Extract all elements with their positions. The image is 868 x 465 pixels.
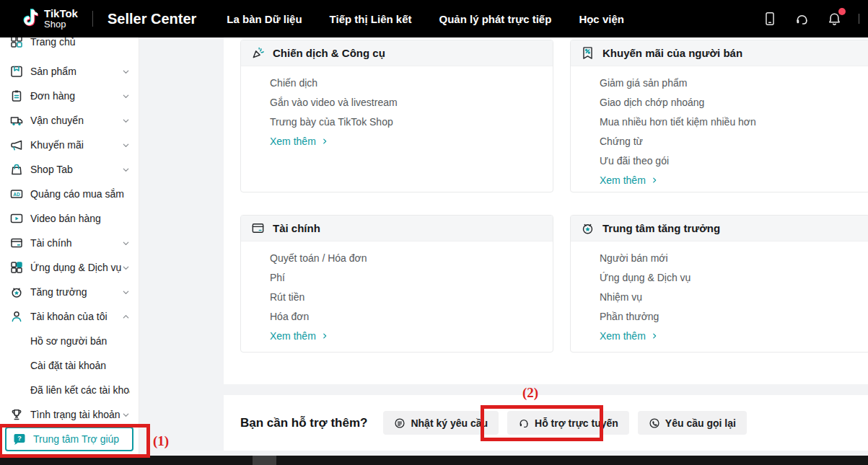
sidebar-item-tinh-trang-tai-khoan[interactable]: Tình trạng tài khoản <box>0 402 139 427</box>
chevron-down-icon <box>122 264 130 272</box>
sidebar-item-ung-dung-dich-vu[interactable]: Ứng dụng & Dịch vụ <box>0 255 139 280</box>
card-header: Khuyến mãi của người bán <box>571 40 868 66</box>
top-navigation: TikTok Shop Seller Center La bàn Dữ liệu… <box>0 0 868 37</box>
card-link[interactable]: Phí <box>270 267 543 287</box>
sidebar-item-label: Khuyến mãi <box>30 139 122 151</box>
chevron-down-icon <box>122 68 130 76</box>
chevron-down-icon <box>122 117 130 125</box>
sidebar-subitem-label: Hồ sơ người bán <box>30 335 130 347</box>
card-link[interactable]: Trưng bày của TikTok Shop <box>270 112 543 131</box>
notifications-bell[interactable] <box>826 11 843 27</box>
sidebar-item-trung-tam-tro-giup[interactable]: ? Trung tâm Trợ giúp <box>5 427 133 451</box>
sidebar-item-van-chuyen[interactable]: Vận chuyển <box>0 108 139 133</box>
headset-support-icon[interactable] <box>794 11 810 27</box>
card-link[interactable]: Ứng dụng & Dịch vụ <box>600 267 859 287</box>
sidebar-item-tai-khoan-cua-toi[interactable]: Tài khoản của tôi <box>0 304 139 329</box>
card-link[interactable]: Giảm giá sản phẩm <box>600 73 859 92</box>
see-more-link[interactable]: Xem thêm <box>270 131 543 151</box>
see-more-label: Xem thêm <box>600 330 646 342</box>
card-link[interactable]: Mua nhiều hơn tiết kiệm nhiều hơn <box>600 112 859 131</box>
sidebar-subitem-da-lien-ket[interactable]: Đã liên kết các tài khoả... <box>0 378 139 402</box>
card-link[interactable]: Nhiệm vụ <box>600 287 859 306</box>
sidebar-subitem-cai-dat-tai-khoan[interactable]: Cài đặt tài khoản <box>0 353 139 378</box>
bottom-taskbar <box>0 456 868 465</box>
request-callback-button[interactable]: Yêu cầu gọi lại <box>638 411 747 435</box>
online-support-headset-icon <box>518 417 530 429</box>
nav-link-affiliate[interactable]: Tiếp thị Liên kết <box>330 13 412 25</box>
main-content: Chiến dịch & Công cụ Chiến dịch Gắn vào … <box>224 37 868 384</box>
sidebar-item-label: Tăng trưởng <box>30 286 122 298</box>
chevron-right-icon <box>651 332 658 340</box>
card-title: Khuyến mãi của người bán <box>602 47 742 59</box>
sidebar-item-khuyen-mai[interactable]: Khuyến mãi <box>0 133 139 157</box>
sidebar-item-tang-truong[interactable]: Tăng trưởng <box>0 280 139 304</box>
sidebar-item-label: Trung tâm Trợ giúp <box>33 433 128 445</box>
chevron-right-icon <box>321 332 328 340</box>
card-link[interactable]: Phần thưởng <box>600 306 859 326</box>
card-link[interactable]: Quyết toán / Hóa đơn <box>270 248 543 267</box>
sidebar-item-label: Sản phẩm <box>30 66 122 77</box>
ads-badge-icon: AD <box>9 187 24 201</box>
growth-center-icon <box>580 221 595 236</box>
see-more-link[interactable]: Xem thêm <box>600 170 859 190</box>
logo-text-line2: Shop <box>44 19 78 30</box>
chevron-down-icon <box>122 288 130 296</box>
card-link[interactable]: Rút tiền <box>270 287 543 306</box>
chevron-right-icon <box>321 138 328 145</box>
sidebar-item-trang-chu[interactable]: Trang chủ <box>0 37 139 54</box>
sidebar-item-label: Tài khoản của tôi <box>30 311 122 322</box>
sidebar-item-don-hang[interactable]: Đơn hàng <box>0 84 139 108</box>
help-title: Bạn cần hỗ trợ thêm? <box>240 416 367 430</box>
svg-text:AD: AD <box>13 192 20 197</box>
nav-link-academy[interactable]: Học viện <box>579 13 624 25</box>
sidebar-subitem-label: Đã liên kết các tài khoả... <box>30 384 130 396</box>
card-campaigns-tools: Chiến dịch & Công cụ Chiến dịch Gắn vào … <box>240 40 553 192</box>
party-popper-icon <box>250 45 266 61</box>
sidebar-item-label: Tình trạng tài khoản <box>30 409 122 420</box>
see-more-link[interactable]: Xem thêm <box>600 326 859 345</box>
logo-text-line1: TikTok <box>44 8 78 19</box>
card-link[interactable]: Giao dịch chớp nhoáng <box>600 92 859 112</box>
callback-phone-icon <box>649 417 660 429</box>
notification-badge <box>838 8 846 15</box>
card-title: Chiến dịch & Công cụ <box>273 47 385 59</box>
card-link[interactable]: Ưu đãi theo gói <box>600 151 859 170</box>
card-header: Chiến dịch & Công cụ <box>241 40 553 66</box>
trophy-icon <box>9 407 24 422</box>
sidebar-item-shop-tab[interactable]: Shop Tab <box>0 157 139 182</box>
nav-link-data-compass[interactable]: La bàn Dữ liệu <box>227 13 302 25</box>
sidebar-item-video-ban-hang[interactable]: Video bán hàng <box>0 206 139 231</box>
card-link[interactable]: Gắn vào video và livestream <box>270 92 543 112</box>
orders-icon <box>9 89 24 103</box>
online-support-button[interactable]: Hỗ trợ trực tuyến <box>507 411 629 435</box>
sidebar-subitem-label: Cài đặt tài khoản <box>30 360 130 371</box>
mobile-device-icon[interactable] <box>762 11 778 27</box>
nav-right-icons <box>762 11 859 27</box>
request-log-button[interactable]: Nhật ký yêu cầu <box>383 411 499 435</box>
video-icon <box>9 211 24 226</box>
button-label: Yêu cầu gọi lại <box>665 417 736 429</box>
account-person-icon <box>9 309 24 324</box>
sidebar-item-label: Quảng cáo mua sắm <box>30 188 130 200</box>
seller-center-title[interactable]: Seller Center <box>108 11 196 27</box>
sidebar-item-quang-cao[interactable]: AD Quảng cáo mua sắm <box>0 182 139 206</box>
tiktok-shop-logo[interactable]: TikTok Shop <box>19 8 78 30</box>
sidebar-item-san-pham[interactable]: Sản phẩm <box>0 59 139 84</box>
sidebar-subitem-ho-so-nguoi-ban[interactable]: Hồ sơ người bán <box>0 329 139 353</box>
see-more-link[interactable]: Xem thêm <box>270 326 543 345</box>
megaphone-icon <box>9 138 24 152</box>
card-link[interactable]: Hóa đơn <box>270 306 543 326</box>
sidebar-item-tai-chinh[interactable]: Tài chính <box>0 231 139 255</box>
finance-card-icon <box>9 236 24 250</box>
svg-text:?: ? <box>17 435 22 442</box>
taskbar-segment <box>253 456 276 465</box>
nav-link-live-management[interactable]: Quản lý phát trực tiếp <box>439 13 551 25</box>
card-link[interactable]: Chiến dịch <box>270 73 543 92</box>
chevron-down-icon <box>122 141 130 149</box>
growth-star-icon <box>9 285 24 299</box>
card-link[interactable]: Người bán mới <box>600 248 859 267</box>
card-link[interactable]: Chứng từ <box>600 131 859 151</box>
discount-bookmark-icon <box>580 45 595 61</box>
product-icon <box>9 64 24 79</box>
nav-divider <box>92 11 93 27</box>
